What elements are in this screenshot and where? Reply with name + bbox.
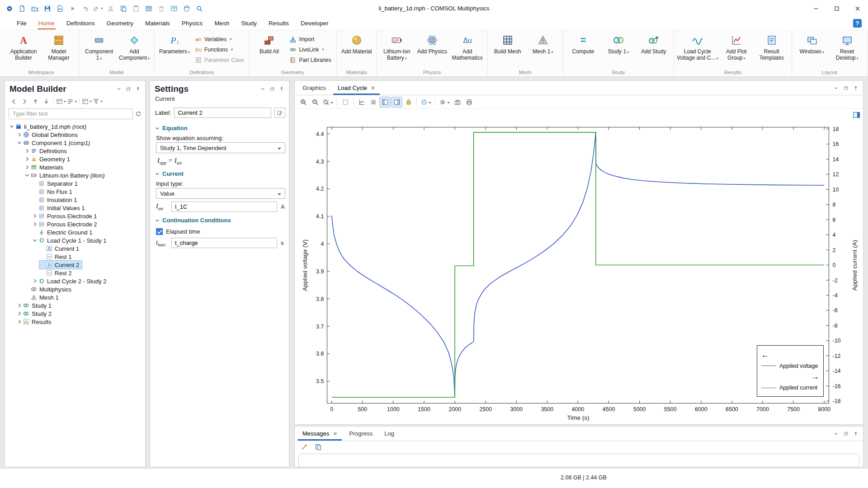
messages-pin-icon[interactable] [853, 431, 859, 436]
ribbon-compute-button[interactable]: = Compute [566, 31, 601, 69]
chevron-collapsed-icon[interactable] [32, 221, 38, 227]
table-view-button[interactable] [168, 3, 179, 14]
ribbon-build-all-button[interactable]: Build All [251, 31, 287, 69]
tree-item-current-1[interactable]: Current 1 [39, 244, 82, 253]
chevron-collapsed-icon[interactable] [16, 310, 23, 317]
chevron-expanded-icon[interactable] [9, 123, 15, 130]
chevron-collapsed-icon[interactable] [32, 213, 38, 219]
close-tab-icon[interactable]: ✕ [333, 431, 337, 437]
model-builder-chevron-down-icon[interactable] [116, 86, 122, 92]
ribbon-add-study-button[interactable]: Add Study [636, 31, 671, 69]
section-current-header[interactable]: Current [150, 166, 289, 178]
graphics-float-icon[interactable] [843, 85, 849, 91]
tab-log[interactable]: Log [378, 427, 400, 441]
ribbon-add-physics-button[interactable]: Add Physics [415, 31, 450, 69]
chevron-expanded-icon[interactable] [16, 140, 23, 146]
clear-messages-button[interactable] [298, 441, 310, 452]
nav-back-button[interactable] [9, 96, 19, 106]
tree-item-load-cycle-2-study-2[interactable]: Load Cycle 2 - Study 2 [32, 277, 109, 285]
move-up-button[interactable] [30, 96, 40, 106]
menu-home[interactable]: Home [33, 17, 61, 30]
tree-item-no-flux-1[interactable]: D No Flux 1 [32, 188, 75, 196]
tree-item-initial-values-1[interactable]: D Initial Values 1 [32, 204, 88, 212]
copy-button[interactable] [118, 3, 129, 14]
ribbon-load-cycle-voltage-and-c-button[interactable]: Load Cycle Voltage and C...▾ [676, 31, 719, 69]
zoom-out-button[interactable] [309, 97, 321, 108]
ribbon-study-1-button[interactable]: Study 1▾ [601, 31, 636, 69]
settings-chevron-down-icon[interactable] [260, 86, 265, 92]
move-down-button[interactable] [41, 96, 51, 106]
tree-item-electric-ground-1[interactable]: Electric Ground 1 [32, 228, 95, 236]
ribbon-add-material-button[interactable]: Add Material [339, 31, 374, 69]
tree-item-porous-electrode-1[interactable]: Porous Electrode 1 [32, 212, 100, 220]
y-left-toggle-button[interactable] [379, 97, 391, 108]
chevron-collapsed-icon[interactable] [16, 319, 23, 325]
chevron-collapsed-icon[interactable] [24, 156, 30, 162]
maximize-button[interactable] [826, 0, 847, 17]
y-right-toggle-button[interactable] [391, 97, 402, 108]
delete-button[interactable] [156, 3, 167, 14]
menu-physics[interactable]: Physics [176, 17, 209, 30]
chevron-collapsed-icon[interactable] [24, 148, 30, 154]
tree-filter-input[interactable] [9, 108, 133, 119]
tree-item-rest-2[interactable]: Rest 2 [39, 269, 75, 277]
menu-results[interactable]: Results [263, 17, 295, 30]
model-builder-pin-icon[interactable] [135, 86, 141, 92]
menu-mesh[interactable]: Mesh [208, 17, 235, 30]
ribbon-model-manager-button[interactable]: Model Manager [41, 31, 76, 69]
ribbon-part-libraries-button[interactable]: Part Libraries [287, 55, 334, 65]
tmax-input[interactable] [171, 238, 277, 248]
copy-messages-button[interactable] [312, 441, 324, 452]
chevron-collapsed-icon[interactable] [32, 278, 38, 284]
tree-item-rest-1[interactable]: Rest 1 [39, 253, 75, 261]
tree-item-study-1[interactable]: Study 1 [16, 301, 54, 310]
menu-definitions[interactable]: Definitions [61, 17, 101, 30]
image-snapshot-button[interactable] [452, 97, 463, 108]
chevron-expanded-icon[interactable] [24, 172, 30, 178]
tab-messages[interactable]: Messages✕ [297, 427, 343, 441]
tab-progress[interactable]: Progress [343, 427, 378, 441]
ribbon-windows-button[interactable]: Windows▾ [794, 31, 830, 69]
tree-item-current-2[interactable]: Current 2 [39, 261, 82, 269]
graphics-sidebar-icon[interactable] [853, 111, 860, 119]
messages-chevron-down-icon[interactable] [833, 431, 839, 436]
model-tree-view-button[interactable]: ▾ [82, 96, 92, 106]
minimize-button[interactable] [806, 0, 826, 17]
menu-materials[interactable]: Materials [139, 17, 176, 30]
zoom-extents-button[interactable] [321, 97, 335, 108]
tab-load-cycle[interactable]: Load Cycle✕ [332, 81, 381, 95]
tree-item-global-definitions[interactable]: Global Definitions [16, 131, 80, 139]
select-frame-button[interactable] [340, 97, 351, 108]
ribbon-functions-button[interactable]: f(x)Functions▾ [192, 44, 246, 55]
close-tab-icon[interactable]: ✕ [371, 85, 375, 91]
graphics-chevron-down-icon[interactable] [833, 85, 839, 91]
chevron-collapsed-icon[interactable] [16, 131, 23, 138]
iset-input[interactable] [171, 202, 277, 212]
tree-item-materials[interactable]: Materials [24, 163, 66, 171]
help-button[interactable]: ? [853, 19, 862, 28]
ribbon-reset-desktop-button[interactable]: Reset Desktop▾ [830, 31, 865, 69]
equation-assuming-select[interactable]: Study 1, Time Dependent [156, 142, 285, 153]
input-type-select[interactable]: Value [156, 188, 285, 199]
ribbon-livelink-button[interactable]: LiveLink▾ [287, 44, 334, 55]
grid-button[interactable] [368, 97, 379, 108]
tree-item-multiphysics[interactable]: Multiphysics [24, 285, 74, 293]
tree-item-li-battery-1d-mph[interactable]: li_battery_1d.mph (root) [9, 122, 89, 131]
chevron-collapsed-icon[interactable] [16, 302, 23, 309]
open-file-button[interactable] [29, 3, 40, 14]
axes-button[interactable] [356, 97, 367, 108]
new-file-button[interactable] [16, 3, 28, 14]
label-input[interactable] [174, 108, 271, 118]
section-continuation-header[interactable]: Continuation Conditions [150, 213, 289, 225]
show-settings-button[interactable]: ▾ [56, 96, 66, 106]
print-button[interactable] [463, 97, 475, 108]
node-group-button[interactable]: ▾ [67, 96, 77, 106]
nav-forward-button[interactable] [19, 96, 29, 106]
tree-item-component-1[interactable]: Component 1 (comp1) [16, 139, 93, 147]
comsol-logo-button[interactable] [4, 3, 15, 14]
messages-float-icon[interactable] [843, 431, 849, 436]
ribbon-import-button[interactable]: Import [287, 34, 334, 44]
filter-button[interactable]: ▾ [93, 96, 103, 106]
elapsed-time-checkbox[interactable] [156, 228, 163, 235]
close-button[interactable] [847, 0, 868, 17]
